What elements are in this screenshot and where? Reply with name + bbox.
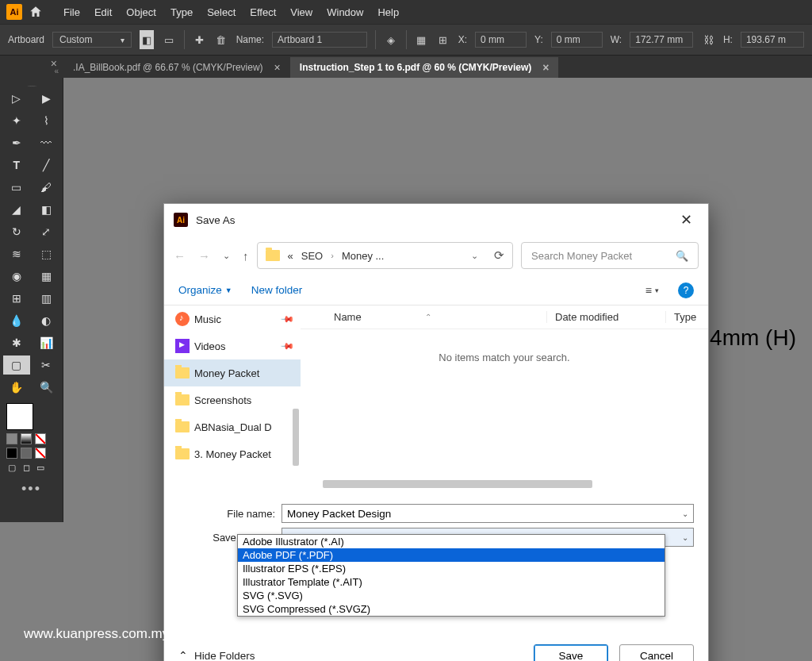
menu-file[interactable]: File (63, 6, 80, 18)
up-icon[interactable]: ↑ (243, 249, 249, 263)
h-input[interactable] (741, 32, 804, 48)
draw-behind-icon[interactable] (21, 448, 32, 459)
organize-button[interactable]: Organize ▼ (178, 284, 232, 296)
close-icon[interactable]: × (274, 61, 281, 74)
chevron-down-icon[interactable]: ⌄ (682, 509, 688, 518)
new-folder-button[interactable]: New folder (251, 284, 303, 296)
option-ait[interactable]: Illustrator Template (*.AIT) (238, 575, 665, 589)
hand-tool-icon[interactable]: ✋ (3, 378, 30, 397)
selection-tool-icon[interactable]: ▷ (3, 89, 30, 108)
tab-1[interactable]: .IA_BillBook.pdf @ 66.67 % (CMYK/Preview… (63, 57, 290, 78)
delete-artboard-icon[interactable]: 🗑 (214, 30, 228, 49)
file-scrollbar[interactable] (323, 480, 592, 488)
chevron-down-icon[interactable]: ⌄ (682, 533, 688, 542)
shaper-tool-icon[interactable]: ◢ (3, 200, 30, 219)
option-svg[interactable]: SVG (*.SVG) (238, 589, 665, 602)
eraser-tool-icon[interactable]: ◧ (33, 200, 60, 219)
back-icon[interactable]: ← (174, 249, 186, 263)
home-icon[interactable] (27, 3, 44, 21)
orientation-portrait-icon[interactable]: ◧ (140, 30, 154, 49)
chevron-down-icon[interactable]: ⌄ (471, 251, 478, 261)
zoom-tool-icon[interactable]: 🔍 (33, 378, 60, 397)
col-name[interactable]: Name⌃ (301, 311, 546, 323)
screen-mode-3-icon[interactable]: ▭ (35, 462, 46, 473)
nav-videos[interactable]: Videos📌 (164, 332, 301, 359)
nav-scrollbar[interactable] (293, 409, 299, 466)
filename-input[interactable]: Money Packet Design⌄ (282, 504, 694, 523)
panel-collapse-icon[interactable]: « (54, 67, 59, 75)
screen-mode-icon[interactable]: ▢ (6, 462, 17, 473)
gradient-mode-icon[interactable] (21, 433, 32, 444)
address-bar[interactable]: « SEO › Money ... ⌄ ⟳ (257, 242, 514, 269)
option-svgz[interactable]: SVG Compressed (*.SVGZ) (238, 602, 665, 616)
artboard-name-input[interactable] (272, 32, 367, 48)
link-wh-icon[interactable]: ⛓ (701, 30, 715, 49)
line-tool-icon[interactable]: ╱ (33, 156, 60, 175)
rotate-tool-icon[interactable]: ↻ (3, 222, 30, 241)
forward-icon[interactable]: → (198, 249, 210, 263)
option-ai[interactable]: Adobe Illustrator (*.AI) (238, 535, 665, 548)
magic-wand-icon[interactable]: ✦ (3, 111, 30, 130)
save-button[interactable]: Save (534, 644, 608, 661)
type-tool-icon[interactable]: T (3, 156, 30, 175)
nav-abnasia[interactable]: ABNasia_Dual D (164, 413, 301, 440)
shape-builder-icon[interactable]: ◉ (3, 267, 30, 286)
slice-tool-icon[interactable]: ✂ (33, 355, 60, 375)
cancel-button[interactable]: Cancel (619, 644, 694, 661)
recent-dropdown-icon[interactable]: ⌄ (223, 251, 230, 261)
draw-inside-icon[interactable] (35, 448, 46, 459)
nav-money-packet[interactable]: Money Packet (164, 359, 301, 386)
y-input[interactable] (551, 32, 603, 48)
new-artboard-icon[interactable]: ✚ (192, 30, 206, 49)
w-input[interactable] (630, 32, 693, 48)
nav-screenshots[interactable]: Screenshots (164, 386, 301, 413)
option-eps[interactable]: Illustrator EPS (*.EPS) (238, 562, 665, 575)
menu-effect[interactable]: Effect (250, 6, 276, 18)
menu-view[interactable]: View (290, 6, 312, 18)
artboard-tool-icon[interactable]: ▢ (3, 355, 30, 375)
mesh-tool-icon[interactable]: ⊞ (3, 289, 30, 308)
close-icon[interactable]: ✕ (674, 208, 699, 232)
perspective-grid-icon[interactable]: ▦ (33, 267, 60, 286)
menu-help[interactable]: Help (377, 6, 399, 18)
edit-toolbar-icon[interactable]: ••• (3, 481, 59, 498)
hide-folders-button[interactable]: ⌃Hide Folders (178, 649, 255, 661)
preset-dropdown[interactable]: Custom (52, 32, 132, 48)
pen-tool-icon[interactable]: ✒ (3, 133, 30, 152)
draw-normal-icon[interactable] (6, 448, 17, 459)
menu-select[interactable]: Select (207, 6, 236, 18)
help-icon[interactable]: ? (678, 282, 694, 298)
breadcrumb-seg2[interactable]: Money ... (342, 250, 384, 262)
nav-music[interactable]: Music📌 (164, 306, 301, 332)
blend-tool-icon[interactable]: ◐ (33, 311, 60, 330)
fill-swatch[interactable] (6, 403, 33, 430)
breadcrumb-prefix[interactable]: « (288, 250, 293, 262)
color-mode-icon[interactable] (6, 433, 17, 444)
refresh-icon[interactable]: ⟳ (494, 248, 504, 263)
menu-edit[interactable]: Edit (94, 6, 112, 18)
rectangle-tool-icon[interactable]: ▭ (3, 178, 30, 197)
app-logo[interactable]: Ai (6, 4, 22, 20)
graph-tool-icon[interactable]: 📊 (33, 333, 60, 352)
gradient-tool-icon[interactable]: ▥ (33, 289, 60, 308)
symbol-sprayer-icon[interactable]: ✱ (3, 333, 30, 352)
x-input[interactable] (475, 32, 527, 48)
grid-icon[interactable]: ⊞ (436, 30, 450, 49)
free-transform-icon[interactable]: ⬚ (33, 244, 60, 263)
screen-mode-2-icon[interactable]: ◻ (21, 462, 32, 473)
tab-2[interactable]: Instruction_Step 1 to 6.pdf @ 60 % (CMYK… (290, 57, 559, 78)
direct-selection-tool-icon[interactable]: ▶ (33, 89, 60, 108)
artboard-options-icon[interactable]: ◈ (384, 30, 398, 49)
col-date[interactable]: Date modified (546, 311, 665, 323)
width-tool-icon[interactable]: ≋ (3, 244, 30, 263)
none-mode-icon[interactable] (35, 433, 46, 444)
close-icon[interactable]: × (542, 61, 549, 74)
menu-object[interactable]: Object (126, 6, 156, 18)
scale-tool-icon[interactable]: ⤢ (33, 222, 60, 241)
menu-window[interactable]: Window (327, 6, 363, 18)
menu-type[interactable]: Type (170, 6, 193, 18)
search-input[interactable]: Search Money Packet🔍 (521, 242, 699, 269)
ref-point-icon[interactable]: ▦ (414, 30, 428, 49)
view-options-icon[interactable]: ≡ ▾ (645, 284, 659, 297)
option-pdf[interactable]: Adobe PDF (*.PDF) (238, 548, 665, 562)
